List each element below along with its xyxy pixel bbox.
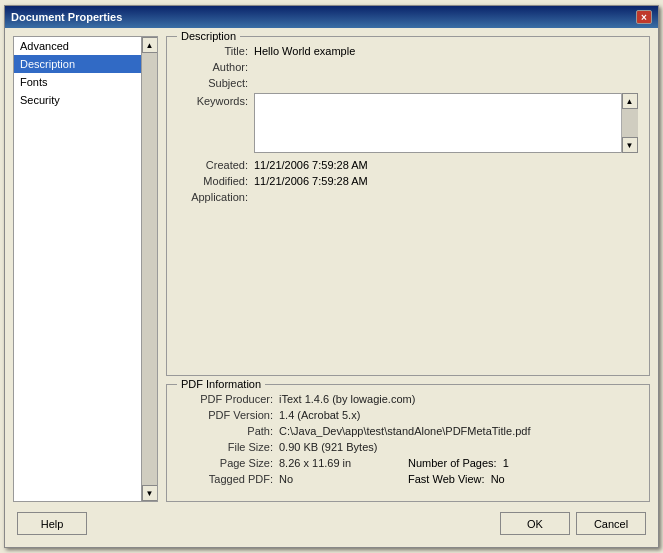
filesize-label: File Size: (179, 441, 279, 453)
sidebar-list: Advanced Description Fonts Security (14, 37, 157, 109)
sidebar-scrollbar[interactable]: ▲ ▼ (141, 37, 157, 501)
subject-row: Subject: (179, 77, 637, 89)
keywords-row: Keywords: ▲ ▼ (179, 93, 637, 153)
description-group: Description Title: Hello World example A… (166, 36, 650, 376)
modified-label: Modified: (179, 175, 254, 187)
filesize-value: 0.90 KB (921 Bytes) (279, 441, 637, 453)
fastweb-col-right: Fast Web View: No (408, 473, 637, 485)
title-row: Title: Hello World example (179, 45, 637, 57)
pagesize-label: Page Size: (179, 457, 279, 469)
author-row: Author: (179, 61, 637, 73)
sidebar-item-fonts[interactable]: Fonts (14, 73, 141, 91)
sidebar-item-advanced[interactable]: Advanced (14, 37, 141, 55)
tagged-value: No (279, 473, 408, 485)
right-panel: www.javazs.com Description Title: Hello … (166, 36, 650, 502)
created-value: 11/21/2006 7:59:28 AM (254, 159, 637, 171)
version-label: PDF Version: (179, 409, 279, 421)
scroll-down-button[interactable]: ▼ (142, 485, 158, 501)
title-label: Title: (179, 45, 254, 57)
version-row: PDF Version: 1.4 (Acrobat 5.x) (179, 409, 637, 421)
kw-scroll-down[interactable]: ▼ (622, 137, 638, 153)
pagesize-value: 8.26 x 11.69 in (279, 457, 408, 469)
sidebar-item-security[interactable]: Security (14, 91, 141, 109)
path-row: Path: C:\Java_Dev\app\test\standAlone\PD… (179, 425, 637, 437)
cancel-button[interactable]: Cancel (576, 512, 646, 535)
close-button[interactable]: × (636, 10, 652, 24)
title-bar-title: Document Properties (11, 11, 122, 23)
numpages-value: 1 (503, 457, 509, 469)
producer-row: PDF Producer: iText 1.4.6 (by lowagie.co… (179, 393, 637, 405)
title-value: Hello World example (254, 45, 637, 57)
keywords-textarea[interactable] (254, 93, 637, 153)
ok-button[interactable]: OK (500, 512, 570, 535)
scroll-track (142, 53, 158, 485)
application-row: Application: (179, 191, 637, 203)
keywords-scrollbar[interactable]: ▲ ▼ (621, 93, 637, 153)
filesize-row: File Size: 0.90 KB (921 Bytes) (179, 441, 637, 453)
modified-row: Modified: 11/21/2006 7:59:28 AM (179, 175, 637, 187)
kw-scroll-track (622, 109, 638, 137)
window-body: Advanced Description Fonts Security ▲ (5, 28, 658, 547)
title-bar: Document Properties × (5, 6, 658, 28)
description-group-title: Description (177, 30, 240, 42)
help-button[interactable]: Help (17, 512, 87, 535)
scroll-up-button[interactable]: ▲ (142, 37, 158, 53)
document-properties-window: Document Properties × Advanced Descripti… (4, 5, 659, 548)
window-title: Document Properties (11, 11, 122, 23)
footer: Help OK Cancel (13, 508, 650, 539)
modified-value: 11/21/2006 7:59:28 AM (254, 175, 637, 187)
version-value: 1.4 (Acrobat 5.x) (279, 409, 637, 421)
pdf-info-group: PDF Information PDF Producer: iText 1.4.… (166, 384, 650, 502)
pagesize-col-left: Page Size: 8.26 x 11.69 in (179, 457, 408, 469)
fastweb-value: No (491, 473, 505, 485)
created-row: Created: 11/21/2006 7:59:28 AM (179, 159, 637, 171)
keywords-label: Keywords: (179, 93, 254, 107)
numpages-label: Number of Pages: (408, 457, 503, 469)
kw-scroll-up[interactable]: ▲ (622, 93, 638, 109)
keywords-area-wrapper: ▲ ▼ (254, 93, 637, 153)
footer-right-buttons: OK Cancel (500, 512, 646, 535)
pdf-info-group-title: PDF Information (177, 378, 265, 390)
application-label: Application: (179, 191, 254, 203)
created-label: Created: (179, 159, 254, 171)
sidebar: Advanced Description Fonts Security ▲ (13, 36, 158, 502)
tagged-col-left: Tagged PDF: No (179, 473, 408, 485)
path-label: Path: (179, 425, 279, 437)
path-value: C:\Java_Dev\app\test\standAlone\PDFMetaT… (279, 425, 637, 437)
sidebar-item-description[interactable]: Description (14, 55, 141, 73)
author-label: Author: (179, 61, 254, 73)
fastweb-label: Fast Web View: (408, 473, 491, 485)
producer-label: PDF Producer: (179, 393, 279, 405)
tagged-label: Tagged PDF: (179, 473, 279, 485)
numpages-col-right: Number of Pages: 1 (408, 457, 637, 469)
subject-label: Subject: (179, 77, 254, 89)
pagesize-row: Page Size: 8.26 x 11.69 in Number of Pag… (179, 457, 637, 469)
main-content: Advanced Description Fonts Security ▲ (13, 36, 650, 502)
producer-value: iText 1.4.6 (by lowagie.com) (279, 393, 637, 405)
tagged-row: Tagged PDF: No Fast Web View: No (179, 473, 637, 485)
